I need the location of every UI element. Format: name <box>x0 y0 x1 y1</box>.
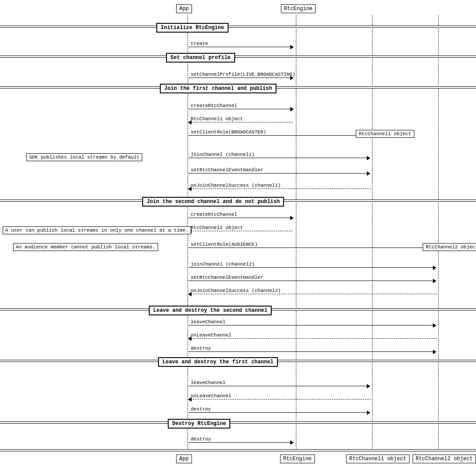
onleave1-arrow <box>188 399 371 399</box>
init-section-top <box>0 26 476 28</box>
rtcchannel1-bottom: RtcChannel1 object <box>346 455 410 463</box>
channelprofile-label: Set channel profile <box>166 53 235 63</box>
onleave2-label: onLeaveChannel <box>191 333 231 338</box>
destroyengine-section-top <box>0 421 476 424</box>
setclientrole-broadcaster-label: setClientRole(BROADCASTER) <box>191 129 266 135</box>
onjoin2-arrow <box>188 294 437 294</box>
setclientrole-broadcaster-arrow <box>188 135 370 136</box>
create-arrow <box>188 47 293 47</box>
app-header: App <box>176 4 192 13</box>
leavechannel2-label: leaveChannel <box>191 319 225 325</box>
joinchannel2-arrow <box>188 267 436 268</box>
onjoin1-arrow <box>188 188 371 189</box>
destroyengine-label: Destroy RtcEngine <box>168 419 230 429</box>
audience-note: An audience member cannot publish local … <box>13 243 158 251</box>
leavechannel1-arrow <box>188 386 370 386</box>
rtcengine-bottom: RtcEngine <box>280 455 315 463</box>
channelprofile-section-top <box>0 55 476 58</box>
creatertcchannel1-arrow <box>188 109 293 109</box>
rtcchannel2object-arrow <box>188 231 292 231</box>
destroyengine-label2: destroy <box>191 436 211 442</box>
init-label: Initialize RtcEngine <box>156 23 229 33</box>
rtcchannel1object-arrow <box>188 122 292 122</box>
rtcchannel2-obj-box: RtcChannel2 object <box>423 243 476 251</box>
seteventhandler2-label: setRtcChannelEventHandler <box>191 275 263 280</box>
firstchannel-label: Join the first channel and publish <box>160 84 277 93</box>
rtcchannel1-obj-box: RtcChannel1 object <box>356 130 414 138</box>
onleave2-arrow <box>188 338 437 339</box>
one-channel-note: A user can publish local streams in only… <box>3 226 191 234</box>
destroy1-label: destroy <box>191 406 211 412</box>
create-label: create <box>191 41 208 46</box>
joinchannel1-label: joinChannel (channel1) <box>191 152 255 157</box>
leavefirst-label: Leave and destroy the first channel <box>158 357 278 367</box>
onleave1-label: onLeaveChannel <box>191 393 231 399</box>
creatertcchannel2-label: createRtcChannel <box>191 212 237 217</box>
rtcengine-header: RtcEngine <box>281 4 316 13</box>
setclientrole-audience-label: setClientRole(AUDIENCE) <box>191 242 258 247</box>
sdk-publishes-note: SDK publishes local streams by default <box>26 153 142 161</box>
setchannelprofile-arrow <box>188 78 293 78</box>
destroy2-arrow <box>188 351 436 352</box>
destroy2-label: destroy <box>191 346 211 351</box>
rtcchannel1-lifeline <box>372 15 373 451</box>
secondchannel-label: Join the second channel and do not publi… <box>142 197 284 207</box>
setchannelprofile-label: setChannelProfile(LIVE_BROADCASTING) <box>191 72 295 77</box>
leavechannel1-label: leaveChannel <box>191 380 225 385</box>
seteventhandler1-label: setRtcChannelEventHandler <box>191 167 263 173</box>
joinchannel1-arrow <box>188 158 370 158</box>
bottom-section-line <box>0 449 476 451</box>
destroyengine-arrow <box>188 442 293 443</box>
leavechannel2-arrow <box>188 325 436 325</box>
onjoin1-label: onJoinChannelSuccess (channel1) <box>191 183 281 188</box>
seteventhandler1-arrow <box>188 173 370 174</box>
creatertcchannel2-arrow <box>188 218 293 218</box>
destroy1-arrow <box>188 412 370 413</box>
onjoin2-label: onJoinChannelSuccess (channel2) <box>191 288 281 293</box>
joinchannel2-label: joinChannel (channel2) <box>191 262 255 267</box>
sequence-diagram: App RtcEngine Initialize RtcEngine creat… <box>0 0 476 473</box>
leavesecond-label: Leave and destroy the second channel <box>149 306 272 315</box>
rtcchannel2-bottom: RtcChannel2 object <box>413 455 476 463</box>
setclientrole-audience-arrow <box>188 248 436 248</box>
rtcchannel2-lifeline <box>438 15 439 451</box>
app-bottom: App <box>176 455 192 463</box>
seteventhandler2-arrow <box>188 281 436 281</box>
creatertcchannel1-label: createRtcChannel <box>191 103 237 108</box>
rtcchannel2object-label: RtcChannel2 object <box>191 225 243 230</box>
rtcchannel1object-label: RtcChannel1 object <box>191 116 243 122</box>
